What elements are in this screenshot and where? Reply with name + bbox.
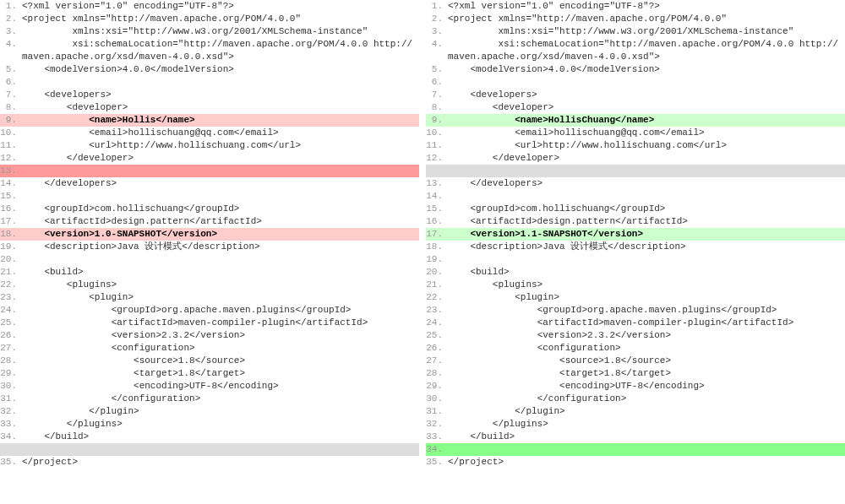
diff-line-right: 24. <artifactId>maven-compiler-plugin</a… — [426, 317, 845, 329]
diff-line-right: 11. <url>http://www.hollischuang.com</ur… — [426, 139, 845, 152]
code-text: </plugins> — [448, 418, 845, 431]
diff-line-left: 26. <version>2.3.2</version> — [0, 329, 419, 342]
line-number: 22. — [426, 291, 448, 304]
line-number: 15. — [426, 203, 448, 215]
line-number: 20. — [0, 253, 22, 266]
diff-line-left: 2.<project xmlns="http://maven.apache.or… — [0, 13, 419, 25]
line-number: 9. — [426, 114, 448, 127]
code-text: <version>2.3.2</version> — [22, 329, 419, 342]
line-number: 9. — [0, 114, 22, 127]
code-text: <plugins> — [448, 279, 845, 291]
diff-line-right: 9. <name>HollisChuang</name> — [426, 114, 845, 127]
diff-line-left — [0, 443, 419, 456]
diff-line-left: 9. <name>Hollis</name> — [0, 114, 419, 127]
code-text: <developers> — [22, 89, 419, 101]
code-text: <url>http://www.hollischuang.com</url> — [448, 139, 845, 152]
diff-line-left: 8. <developer> — [0, 101, 419, 114]
line-number: 7. — [426, 89, 448, 101]
diff-line-left: 5. <modelVersion>4.0.0</modelVersion> — [0, 63, 419, 76]
line-number: 8. — [0, 101, 22, 114]
code-text: </configuration> — [22, 393, 419, 405]
line-number: 6. — [426, 76, 448, 89]
line-number: 31. — [0, 393, 22, 405]
code-text: <plugin> — [22, 291, 419, 304]
diff-line-left: 15. — [0, 190, 419, 203]
diff-pane-left: 1.<?xml version="1.0" encoding="UTF-8"?>… — [0, 0, 422, 469]
diff-line-right: 35.</project> — [426, 456, 845, 469]
line-number: 4. — [426, 38, 448, 51]
diff-line-left: 6. — [0, 76, 419, 89]
diff-pane-right: 1.<?xml version="1.0" encoding="UTF-8"?>… — [422, 0, 845, 469]
line-number: 12. — [0, 152, 22, 165]
line-number: 23. — [426, 304, 448, 317]
code-text: <email>hollischuang@qq.com</email> — [448, 127, 845, 139]
diff-line-left: 1.<?xml version="1.0" encoding="UTF-8"?> — [0, 0, 419, 13]
diff-line-left: 18. <version>1.0-SNAPSHOT</version> — [0, 228, 419, 241]
code-text: <encoding>UTF-8</encoding> — [448, 380, 845, 393]
code-text: <plugins> — [22, 279, 419, 291]
diff-line-right: 13. </developers> — [426, 177, 845, 190]
diff-line-right: 12. </developer> — [426, 152, 845, 165]
diff-line-left: 27. <configuration> — [0, 342, 419, 355]
code-text: </plugins> — [22, 418, 419, 431]
code-text: <groupId>org.apache.maven.plugins</group… — [22, 304, 419, 317]
line-number: 1. — [426, 0, 448, 13]
line-number: 16. — [0, 203, 22, 215]
code-text: xmlns:xsi="http://www.w3.org/2001/XMLSch… — [22, 25, 419, 38]
line-number: 2. — [0, 13, 22, 25]
diff-line-right: 16. <artifactId>design.pattern</artifact… — [426, 215, 845, 228]
line-number: 12. — [426, 152, 448, 165]
code-text: <?xml version="1.0" encoding="UTF-8"?> — [448, 0, 845, 13]
line-number: 28. — [426, 367, 448, 380]
line-number: 14. — [426, 190, 448, 203]
code-text: <developer> — [448, 101, 845, 114]
code-text: </plugin> — [22, 405, 419, 418]
line-number: 33. — [0, 418, 22, 431]
line-number: 6. — [0, 76, 22, 89]
line-number: 24. — [426, 317, 448, 329]
line-number: 35. — [0, 456, 22, 469]
line-number: 24. — [0, 304, 22, 317]
code-text: </developers> — [448, 177, 845, 190]
code-text: </plugin> — [448, 405, 845, 418]
line-number: 14. — [0, 177, 22, 190]
line-number: 17. — [426, 228, 448, 241]
code-text: </project> — [22, 456, 419, 469]
line-number: 17. — [0, 215, 22, 228]
diff-line-left: 31. </configuration> — [0, 393, 419, 405]
code-text: xsi:schemaLocation="http://maven.apache.… — [22, 38, 419, 63]
diff-line-left: 33. </plugins> — [0, 418, 419, 431]
code-text: <artifactId>maven-compiler-plugin</artif… — [448, 317, 845, 329]
code-text: <?xml version="1.0" encoding="UTF-8"?> — [22, 0, 419, 13]
line-number: 33. — [426, 431, 448, 443]
diff-line-left: 34. </build> — [0, 431, 419, 443]
diff-line-right: 18. <description>Java 设计模式</description> — [426, 241, 845, 253]
diff-line-left: 23. <plugin> — [0, 291, 419, 304]
diff-line-right: 15. <groupId>com.hollischuang</groupId> — [426, 203, 845, 215]
line-number: 27. — [426, 355, 448, 367]
code-text: <version>2.3.2</version> — [448, 329, 845, 342]
diff-line-left: 30. <encoding>UTF-8</encoding> — [0, 380, 419, 393]
diff-line-right: 29. <encoding>UTF-8</encoding> — [426, 380, 845, 393]
line-number: 20. — [426, 266, 448, 279]
diff-line-right: 26. <configuration> — [426, 342, 845, 355]
diff-line-left: 20. — [0, 253, 419, 266]
diff-line-left: 4. xsi:schemaLocation="http://maven.apac… — [0, 38, 419, 63]
line-number: 29. — [0, 367, 22, 380]
code-text: <artifactId>maven-compiler-plugin</artif… — [22, 317, 419, 329]
line-number: 23. — [0, 291, 22, 304]
line-number: 5. — [426, 63, 448, 76]
code-text: <project xmlns="http://maven.apache.org/… — [448, 13, 845, 25]
code-text: </project> — [448, 456, 845, 469]
diff-line-left: 10. <email>hollischuang@qq.com</email> — [0, 127, 419, 139]
code-text: <configuration> — [448, 342, 845, 355]
code-text: <build> — [22, 266, 419, 279]
diff-line-left: 22. <plugins> — [0, 279, 419, 291]
line-number: 27. — [0, 342, 22, 355]
diff-line-right: 8. <developer> — [426, 101, 845, 114]
line-number: 3. — [0, 25, 22, 38]
diff-line-right: 7. <developers> — [426, 89, 845, 101]
code-text: <target>1.8</target> — [448, 367, 845, 380]
line-number: 13. — [426, 177, 448, 190]
line-number: 11. — [426, 139, 448, 152]
